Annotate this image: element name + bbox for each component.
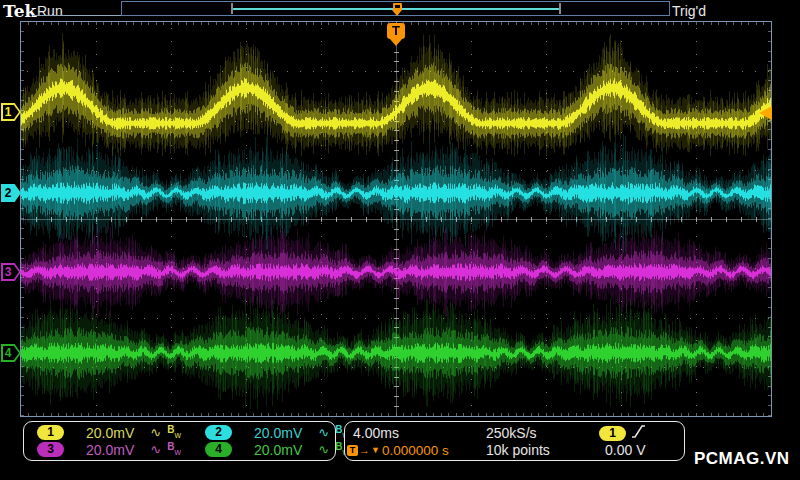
horizontal-trigger-readout-box: 4.00ms 250kS/s 1 T → ▼ 0.000000 s 10k po…: [344, 421, 685, 461]
channel2-scale: 20.0mV: [254, 425, 302, 441]
ac-coupling-icon: ∿: [318, 442, 329, 457]
ac-coupling-icon: ∿: [150, 425, 161, 440]
trigger-source[interactable]: 1: [599, 424, 680, 442]
trigger-position-arrow-icon: [390, 39, 402, 46]
channel2-badge: 2: [205, 425, 232, 440]
trigger-source-badge: 1: [599, 426, 626, 441]
channel1-readout[interactable]: 1 20.0mV ∿Bw: [37, 424, 205, 441]
delay-pointer-icon: ▼: [371, 445, 380, 455]
channel2-position-flag[interactable]: 2: [1, 184, 21, 202]
channel4-position-flag[interactable]: 4: [1, 344, 21, 362]
record-window-bracket-right[interactable]: [559, 3, 561, 14]
delay-trigger-icon: T: [347, 445, 358, 456]
bandwidth-limit-icon: Bw: [167, 441, 181, 457]
rising-edge-icon: [632, 424, 645, 442]
trigger-position-badge[interactable]: T: [387, 23, 405, 39]
record-trigger-marker-icon[interactable]: [391, 3, 403, 16]
status-underline: [33, 15, 121, 16]
trigger-status: Trig'd: [672, 3, 706, 19]
ac-coupling-icon: ∿: [150, 442, 161, 457]
record-view-bar[interactable]: [121, 1, 670, 16]
sample-rate: 250kS/s: [486, 424, 599, 442]
delay-value: 0.000000 s: [382, 443, 449, 458]
record-window-bracket-left[interactable]: [231, 3, 233, 14]
channel4-readout[interactable]: 4 20.0mV ∿Bw: [205, 441, 349, 458]
channel-readout-box: 1 20.0mV ∿Bw 2 20.0mV ∿Bw 3 20.0mV ∿Bw 4…: [23, 421, 336, 461]
channel3-scale: 20.0mV: [86, 442, 134, 458]
channel3-readout[interactable]: 3 20.0mV ∿Bw: [37, 441, 205, 458]
record-length: 10k points: [486, 442, 599, 458]
tek-logo: Tek: [3, 1, 36, 21]
delay-arrow-icon: →: [359, 444, 370, 456]
channel3-badge: 3: [37, 442, 64, 457]
horizontal-scale[interactable]: 4.00ms: [353, 424, 486, 442]
trigger-level[interactable]: 0.00 V: [599, 442, 680, 458]
channel2-readout[interactable]: 2 20.0mV ∿Bw: [205, 424, 349, 441]
channel4-scale: 20.0mV: [254, 442, 302, 458]
acquisition-status: Run: [37, 3, 63, 19]
channel3-position-flag[interactable]: 3: [1, 263, 21, 281]
waveform-display: [21, 22, 771, 416]
ac-coupling-icon: ∿: [318, 425, 329, 440]
horizontal-delay[interactable]: T → ▼ 0.000000 s: [347, 442, 486, 458]
channel4-badge: 4: [205, 442, 232, 457]
oscilloscope-screen: Tek Run Trig'd T 1 2 3 4 1 20.0mV: [0, 0, 800, 480]
bandwidth-limit-icon: Bw: [167, 424, 181, 440]
channel1-scale: 20.0mV: [86, 425, 134, 441]
watermark-logo: PCMAG.VN: [694, 449, 790, 469]
channel1-badge: 1: [37, 425, 64, 440]
channel1-position-flag[interactable]: 1: [1, 103, 21, 121]
